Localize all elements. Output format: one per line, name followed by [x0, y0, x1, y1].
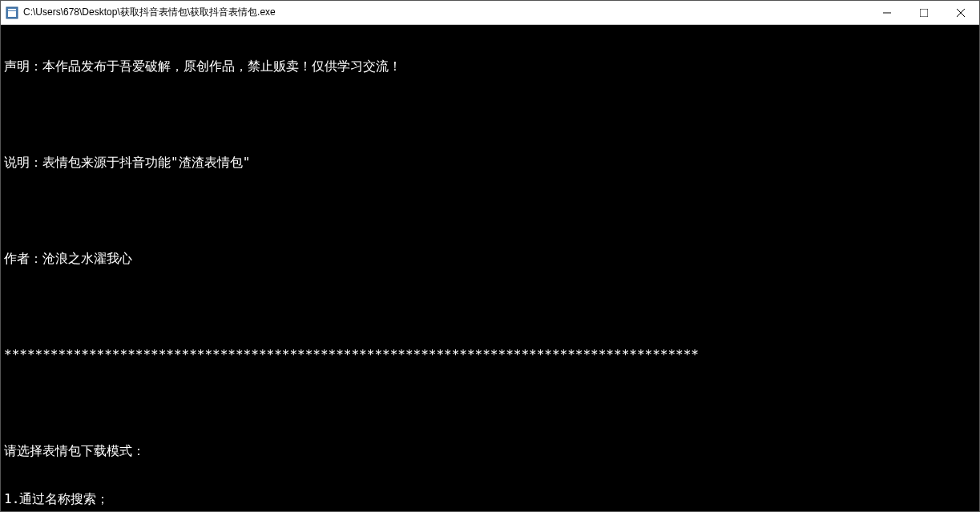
- menu-prompt-line: 请选择表情包下载模式：: [4, 443, 976, 459]
- description-line: 说明：表情包来源于抖音功能"渣渣表情包": [4, 155, 976, 171]
- maximize-button[interactable]: [905, 1, 942, 24]
- titlebar[interactable]: C:\Users\678\Desktop\获取抖音表情包\获取抖音表情包.exe: [1, 1, 979, 25]
- svg-rect-2: [8, 11, 16, 17]
- svg-rect-4: [920, 9, 928, 17]
- blank-line: [4, 395, 976, 411]
- window-controls: [869, 1, 979, 24]
- declaration-line: 声明：本作品发布于吾爱破解，原创作品，禁止贩卖！仅供学习交流！: [4, 58, 976, 75]
- close-button[interactable]: [942, 1, 979, 24]
- minimize-button[interactable]: [869, 1, 905, 24]
- blank-line: [4, 107, 976, 123]
- svg-rect-1: [8, 9, 16, 10]
- separator-line: ****************************************…: [4, 347, 976, 363]
- menu-option-1: 1.通过名称搜索；: [4, 491, 976, 507]
- window-title: C:\Users\678\Desktop\获取抖音表情包\获取抖音表情包.exe: [23, 6, 869, 19]
- author-line: 作者：沧浪之水濯我心: [4, 251, 976, 267]
- blank-line: [4, 299, 976, 315]
- blank-line: [4, 203, 976, 219]
- app-window: C:\Users\678\Desktop\获取抖音表情包\获取抖音表情包.exe…: [0, 0, 980, 512]
- console-output[interactable]: 声明：本作品发布于吾爱破解，原创作品，禁止贩卖！仅供学习交流！ 说明：表情包来源…: [1, 25, 979, 511]
- app-icon: [6, 6, 18, 19]
